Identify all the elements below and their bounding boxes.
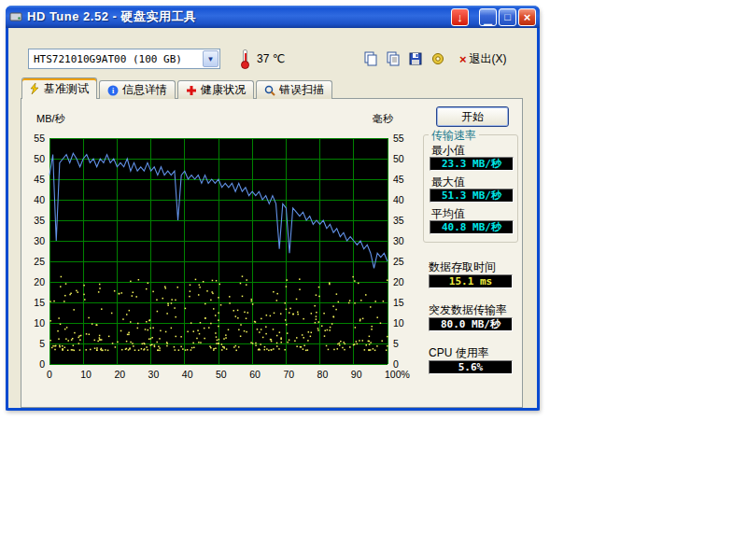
- tab-benchmark[interactable]: 基准测试: [21, 77, 97, 99]
- svg-text:10: 10: [80, 369, 92, 380]
- copy-text-button[interactable]: [383, 49, 403, 68]
- svg-text:30: 30: [393, 235, 404, 246]
- svg-text:15: 15: [393, 297, 404, 308]
- cpu-usage-label: CPU 使用率: [429, 345, 489, 361]
- svg-text:0: 0: [39, 358, 45, 370]
- svg-text:20: 20: [393, 276, 404, 287]
- drive-selector-dropdown[interactable]: HTS721010G9AT00 (100 GB) ▼: [28, 49, 220, 69]
- min-value: 23.3 MB/秒: [430, 157, 514, 171]
- benchmark-chart: 0055101015152020252530303535404045455050…: [21, 114, 432, 394]
- copy-screenshot-button[interactable]: [360, 49, 381, 68]
- svg-text:60: 60: [249, 369, 261, 380]
- svg-text:80: 80: [317, 369, 329, 380]
- max-value: 51.3 MB/秒: [430, 189, 514, 203]
- access-time-value: 15.1 ms: [429, 274, 513, 288]
- window-controls: ↓ ▁ □ ×: [451, 8, 536, 26]
- svg-text:40: 40: [393, 194, 404, 205]
- desktop: HD Tune 2.52 - 硬盘实用工具 ↓ ▁ □ × HTS721010G…: [0, 0, 747, 560]
- svg-text:10: 10: [393, 317, 404, 329]
- hdtune-window: HD Tune 2.52 - 硬盘实用工具 ↓ ▁ □ × HTS721010G…: [6, 6, 540, 411]
- svg-text:5: 5: [393, 338, 399, 349]
- svg-text:100%: 100%: [385, 369, 410, 380]
- minimize-icon: ▁: [484, 15, 491, 25]
- svg-text:25: 25: [34, 256, 45, 267]
- svg-text:20: 20: [114, 369, 125, 380]
- svg-text:35: 35: [34, 215, 45, 226]
- drive-selector-value: HTS721010G9AT00 (100 GB): [29, 53, 203, 65]
- tab-error-scan[interactable]: 错误扫描: [256, 80, 332, 99]
- tab-health[interactable]: 健康状况: [177, 80, 254, 99]
- svg-text:15: 15: [34, 297, 45, 308]
- temperature-readout: 37 ℃: [257, 52, 285, 65]
- tab-label: 基准测试: [44, 81, 89, 97]
- thermometer-icon: [241, 49, 249, 69]
- titlebar[interactable]: HD Tune 2.52 - 硬盘实用工具 ↓ ▁ □ ×: [6, 6, 540, 28]
- exit-label: 退出(X): [470, 51, 507, 67]
- info-icon: i: [107, 85, 119, 96]
- avg-value: 40.8 MB/秒: [430, 220, 514, 234]
- chevron-down-icon[interactable]: ▼: [203, 50, 218, 67]
- copy-screenshot-icon: [363, 51, 378, 66]
- svg-text:30: 30: [34, 235, 45, 246]
- tab-label: 错误扫描: [279, 82, 324, 98]
- svg-text:50: 50: [393, 153, 404, 164]
- svg-text:90: 90: [351, 369, 362, 380]
- burst-rate-label: 突发数据传输率: [429, 302, 507, 318]
- options-button[interactable]: [428, 49, 448, 68]
- svg-text:40: 40: [34, 194, 45, 205]
- health-cross-icon: [186, 85, 197, 96]
- svg-text:20: 20: [34, 276, 45, 287]
- start-button[interactable]: 开始: [436, 106, 509, 127]
- error-scan-magnifier-icon: [264, 85, 275, 96]
- benchmark-panel: MB/秒 毫秒 00551010151520202525303035354040…: [21, 98, 523, 408]
- svg-text:35: 35: [393, 215, 404, 226]
- tab-label: 健康状况: [201, 82, 246, 98]
- tab-info[interactable]: i 信息详情: [99, 80, 176, 99]
- copy-text-icon: [386, 51, 401, 66]
- svg-text:45: 45: [393, 174, 404, 185]
- benchmark-lightning-icon: [30, 83, 40, 94]
- svg-text:25: 25: [393, 256, 404, 267]
- svg-text:40: 40: [182, 369, 193, 380]
- save-screenshot-button[interactable]: [405, 49, 426, 68]
- svg-text:10: 10: [34, 317, 45, 329]
- svg-text:5: 5: [39, 338, 45, 349]
- tab-label: 信息详情: [122, 82, 167, 98]
- tab-bar: 基准测试 i 信息详情 健康状况: [21, 77, 334, 99]
- svg-text:45: 45: [34, 174, 45, 185]
- app-icon: [9, 10, 22, 23]
- svg-text:50: 50: [34, 153, 45, 164]
- exit-button[interactable]: × 退出(X): [459, 50, 507, 67]
- burst-rate-value: 80.0 MB/秒: [429, 317, 513, 331]
- close-button[interactable]: ×: [518, 8, 536, 26]
- svg-text:30: 30: [148, 369, 160, 380]
- cpu-usage-value: 5.6%: [429, 360, 513, 374]
- exit-x-icon: ×: [459, 52, 467, 66]
- svg-text:70: 70: [283, 369, 294, 380]
- transfer-rate-group-label: 传输速率: [429, 128, 479, 144]
- svg-text:50: 50: [216, 369, 227, 380]
- maximize-button[interactable]: □: [499, 8, 516, 26]
- transfer-rate-group: 传输速率 最小值 23.3 MB/秒 最大值 51.3 MB/秒 平均值 40.…: [423, 134, 518, 243]
- window-title: HD Tune 2.52 - 硬盘实用工具: [27, 8, 196, 25]
- minimize-button[interactable]: ▁: [479, 8, 497, 26]
- access-time-label: 数据存取时间: [429, 259, 496, 275]
- down-arrow-button[interactable]: ↓: [451, 8, 469, 26]
- svg-text:55: 55: [34, 133, 45, 144]
- svg-text:0: 0: [47, 369, 52, 380]
- options-icon: [430, 51, 445, 66]
- save-icon: [408, 51, 423, 66]
- svg-text:55: 55: [393, 133, 404, 144]
